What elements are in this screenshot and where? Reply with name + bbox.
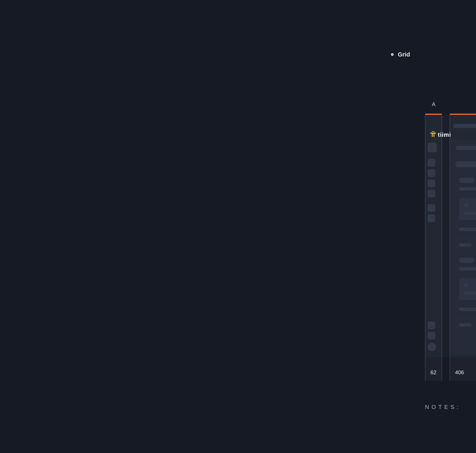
bullet-icon	[391, 53, 393, 56]
section-header: Grid The layout includes three columns: …	[391, 51, 476, 78]
section-title-row: Grid	[391, 51, 410, 58]
grid-diagram: tiimi	[425, 115, 476, 357]
wireframe: tiimi	[425, 115, 476, 357]
width-B: 406	[455, 369, 464, 375]
wf-main-card	[450, 140, 476, 355]
brand-logo: tiimi	[430, 131, 451, 138]
label-A: A	[432, 101, 435, 107]
width-A: 62	[430, 369, 436, 375]
svg-point-3	[432, 131, 433, 132]
brand-name: tiimi	[438, 131, 451, 138]
svg-rect-2	[434, 133, 435, 137]
svg-rect-1	[432, 133, 433, 137]
svg-point-4	[434, 131, 435, 132]
wf-nav-rail	[428, 140, 448, 355]
svg-rect-0	[430, 133, 436, 134]
section-title: Grid	[398, 51, 410, 58]
notes-heading: NOTES:	[425, 404, 461, 431]
brand-mark-icon	[430, 131, 436, 138]
column-labels-row: A B C D E	[425, 101, 476, 112]
wf-col-1	[455, 174, 476, 350]
notes-section: NOTES: A.Navigation bar B.Column 1 C.Col…	[425, 404, 476, 431]
